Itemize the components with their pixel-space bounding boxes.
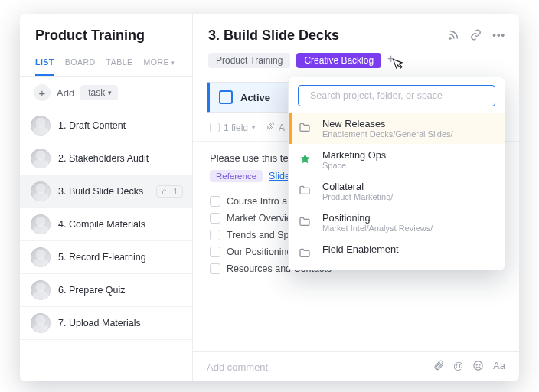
mention-icon[interactable]: @	[453, 360, 463, 374]
task-item[interactable]: 4. Compile Materials	[20, 208, 192, 241]
tag-project[interactable]: Product Training	[208, 53, 290, 68]
status-label: Active	[240, 92, 270, 103]
task-list: 1. Draft Content 2. Stakeholders Audit 3…	[20, 109, 192, 381]
task-detail-panel: 3. Build Slide Decks ••• Product Trainin…	[193, 14, 519, 381]
dropdown-item-sub: Enablement Decks/General Slides/	[322, 129, 453, 139]
project-title: Product Training	[20, 14, 192, 48]
comment-bar: Add comment @ Aa	[193, 351, 519, 381]
desc-text: Please use this ten	[210, 152, 294, 164]
svg-point-0	[449, 37, 451, 38]
dropdown-item-title: New Releases	[322, 118, 453, 129]
tag-backlog[interactable]: Creative Backlog	[296, 53, 381, 68]
task-item[interactable]: 6. Prepare Quiz	[20, 274, 192, 307]
folder-icon	[296, 119, 313, 136]
add-tag-button[interactable]: +	[387, 53, 404, 68]
search-input[interactable]: Search project, folder, or space	[298, 85, 495, 106]
rss-icon[interactable]	[448, 29, 459, 43]
task-label: 4. Compile Materials	[58, 219, 145, 230]
dropdown-item-sub: Market Intel/Analyst Reviews/	[322, 224, 433, 233]
svg-point-1	[474, 361, 482, 370]
task-label: 1. Draft Content	[58, 120, 126, 131]
more-icon[interactable]: •••	[492, 29, 505, 43]
attach-label: A	[279, 122, 285, 133]
task-list-panel: Product Training LIST BOARD TABLE MORE▾ …	[20, 14, 193, 381]
svg-point-2	[476, 364, 477, 365]
avatar	[31, 181, 51, 201]
folder-badge: 🗀 1	[156, 185, 183, 198]
tab-table[interactable]: TABLE	[106, 53, 133, 76]
checklist-label: Our Positioning	[227, 247, 292, 257]
link-icon[interactable]	[470, 29, 482, 43]
checkbox-icon[interactable]	[210, 196, 220, 207]
tab-more-label: MORE	[144, 57, 170, 67]
status-checkbox[interactable]	[219, 90, 233, 104]
dropdown-item[interactable]: Field Enablement	[289, 238, 505, 266]
task-label: 5. Record E-learning	[58, 252, 146, 263]
task-item[interactable]: 1. Draft Content	[20, 109, 192, 142]
tab-more[interactable]: MORE▾	[144, 53, 175, 76]
task-label: 2. Stakeholders Audit	[58, 153, 149, 164]
plus-icon: +	[34, 84, 51, 101]
task-label: 3. Build Slide Decks	[58, 186, 143, 197]
reference-tag: Reference	[210, 170, 263, 182]
checkbox-icon[interactable]	[210, 213, 220, 224]
add-label: Add	[57, 87, 74, 99]
dropdown-item-title: Collateral	[322, 181, 393, 192]
checklist-label: Market Overvie	[227, 213, 292, 224]
avatar	[31, 149, 51, 168]
dropdown-item-title: Positioning	[322, 212, 433, 224]
task-label: 7. Upload Materials	[58, 318, 141, 328]
fields-button[interactable]: 1 field ▾	[210, 122, 255, 133]
checkbox-icon[interactable]	[210, 230, 220, 240]
dropdown-item[interactable]: Collateral Product Marketing/	[289, 175, 505, 207]
folder-icon	[296, 213, 313, 230]
task-item[interactable]: 2. Stakeholders Audit	[20, 142, 192, 175]
task-item[interactable]: 5. Record E-learning	[20, 241, 192, 274]
dropdown-item-sub: Space	[322, 161, 386, 170]
checkbox-icon[interactable]	[210, 263, 220, 274]
app-window: Product Training LIST BOARD TABLE MORE▾ …	[20, 14, 519, 381]
task-item[interactable]: 7. Upload Materials	[20, 307, 192, 340]
task-label: 6. Prepare Quiz	[58, 285, 126, 296]
tab-list[interactable]: LIST	[35, 53, 54, 76]
chevron-down-icon: ▾	[171, 59, 175, 67]
square-icon	[210, 122, 220, 132]
tab-board[interactable]: BOARD	[65, 53, 96, 76]
paperclip-icon[interactable]	[433, 360, 444, 374]
emoji-icon[interactable]	[472, 360, 484, 374]
paperclip-icon	[266, 122, 275, 133]
add-task-row[interactable]: + Add task ▾	[20, 77, 192, 109]
detail-header: 3. Build Slide Decks •••	[193, 14, 519, 48]
checkbox-icon[interactable]	[210, 247, 220, 257]
add-type-pill[interactable]: task ▾	[80, 85, 118, 100]
task-item[interactable]: 3. Build Slide Decks 🗀 1	[20, 175, 192, 208]
add-type-text: task	[88, 87, 105, 98]
avatar	[31, 247, 51, 267]
task-title: 3. Build Slide Decks	[208, 28, 339, 44]
text-cursor	[305, 90, 305, 101]
dropdown-item-title: Marketing Ops	[322, 149, 386, 161]
dropdown-item[interactable]: Positioning Market Intel/Analyst Reviews…	[289, 207, 505, 238]
folder-icon	[296, 181, 313, 198]
dropdown-item[interactable]: New Releases Enablement Decks/General Sl…	[289, 113, 505, 144]
attach-button[interactable]: A	[266, 122, 285, 133]
comment-input[interactable]: Add comment	[207, 361, 268, 373]
chevron-down-icon: ▾	[252, 124, 255, 131]
folder-count: 1	[173, 187, 178, 196]
header-tools: •••	[448, 29, 505, 43]
view-tabs: LIST BOARD TABLE MORE▾	[20, 48, 192, 77]
checklist-label: Trends and Spe	[227, 230, 294, 240]
search-placeholder: Search project, folder, or space	[310, 90, 443, 101]
chevron-down-icon: ▾	[108, 89, 112, 96]
space-icon	[296, 150, 313, 167]
avatar	[31, 280, 51, 300]
dropdown-item[interactable]: Marketing Ops Space	[289, 144, 505, 175]
dropdown-item-title: Field Enablement	[322, 243, 399, 255]
checklist-label: Course Intro an	[227, 196, 292, 207]
cursor-icon	[392, 55, 407, 73]
avatar	[31, 116, 51, 136]
text-format-icon[interactable]: Aa	[493, 360, 505, 374]
avatar	[31, 214, 51, 234]
project-picker-dropdown: Search project, folder, or space New Rel…	[288, 77, 505, 270]
field-count: 1 field	[224, 122, 248, 133]
